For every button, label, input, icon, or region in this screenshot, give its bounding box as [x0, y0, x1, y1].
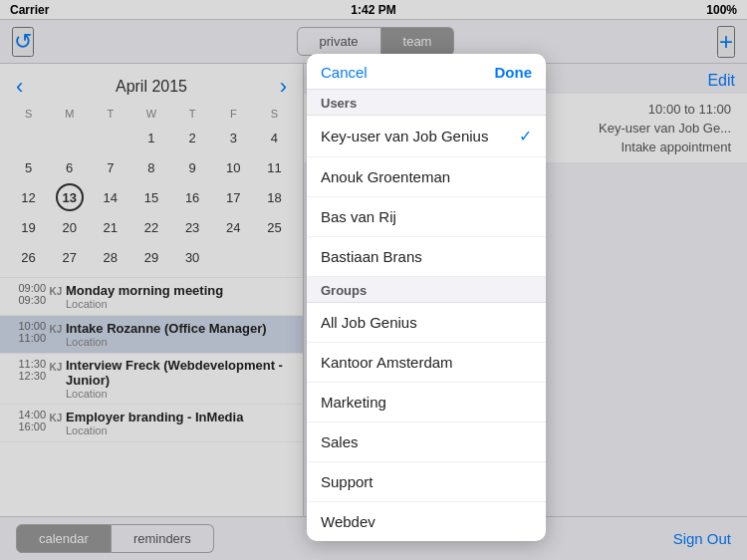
modal-group-4-name: Support [321, 473, 374, 490]
users-section-header: Users [307, 90, 546, 116]
modal-group-2-name: Marketing [321, 394, 386, 411]
modal-group-0[interactable]: All Job Genius [307, 303, 546, 343]
modal-user-0[interactable]: Key-user van Job Genius ✓ [307, 116, 546, 157]
modal-group-2[interactable]: Marketing [307, 383, 546, 422]
modal-group-3[interactable]: Sales [307, 422, 546, 462]
modal-group-5-name: Webdev [321, 513, 375, 530]
modal-user-2-name: Bas van Rij [321, 208, 396, 225]
modal-cancel-button[interactable]: Cancel [321, 64, 368, 81]
modal-user-3[interactable]: Bastiaan Brans [307, 237, 546, 277]
modal-group-1[interactable]: Kantoor Amsterdam [307, 343, 546, 383]
modal-user-2[interactable]: Bas van Rij [307, 197, 546, 237]
modal-user-3-name: Bastiaan Brans [321, 248, 422, 265]
modal-user-1-name: Anouk Groenteman [321, 168, 450, 185]
user-group-modal: Cancel Done Users Key-user van Job Geniu… [307, 54, 546, 541]
checkmark-icon-0: ✓ [519, 127, 532, 145]
modal-group-3-name: Sales [321, 433, 359, 450]
modal-group-1-name: Kantoor Amsterdam [321, 354, 453, 371]
modal-group-4[interactable]: Support [307, 462, 546, 502]
modal-group-5[interactable]: Webdev [307, 502, 546, 541]
groups-section-header: Groups [307, 277, 546, 303]
modal-user-1[interactable]: Anouk Groenteman [307, 157, 546, 197]
modal-done-button[interactable]: Done [495, 64, 533, 81]
modal-header: Cancel Done [307, 54, 546, 90]
modal-user-0-name: Key-user van Job Genius [321, 128, 488, 144]
modal-group-0-name: All Job Genius [321, 314, 417, 331]
